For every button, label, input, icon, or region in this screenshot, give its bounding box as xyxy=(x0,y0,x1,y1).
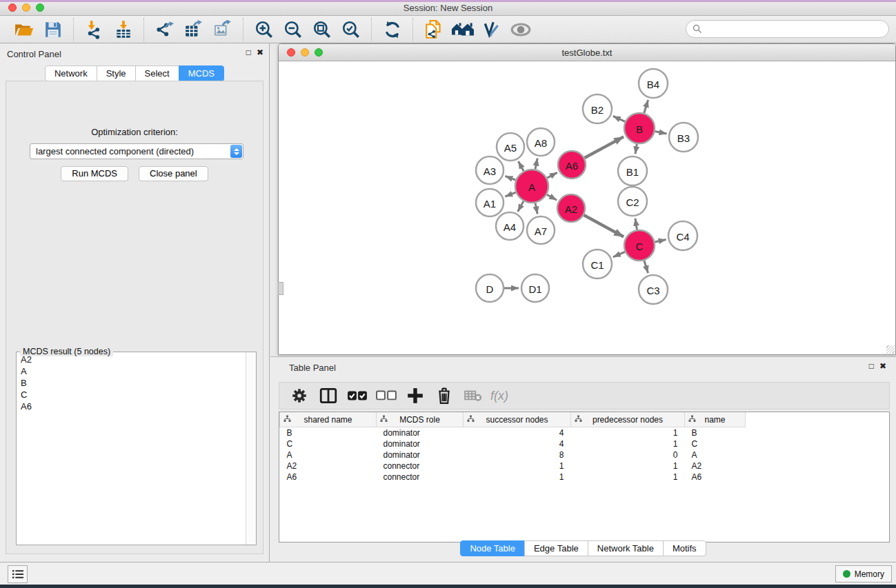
memory-button[interactable]: Memory xyxy=(835,565,892,582)
edge-A-A4[interactable] xyxy=(518,201,524,212)
column-header-successor-nodes[interactable]: successor nodes xyxy=(464,412,571,427)
select-all-icon[interactable] xyxy=(344,385,370,407)
graph-node-A1[interactable]: A1 xyxy=(476,189,504,216)
table-cell[interactable]: 1 xyxy=(571,427,685,439)
edge-C-C1[interactable] xyxy=(613,252,625,257)
style-pen-icon[interactable] xyxy=(480,19,504,41)
table-cell[interactable]: dominator xyxy=(377,438,464,449)
graph-node-A[interactable]: A xyxy=(515,170,548,203)
edge-A-A1[interactable] xyxy=(505,192,515,196)
graph-node-A6[interactable]: A6 xyxy=(558,151,586,179)
tab-network[interactable]: Network xyxy=(45,65,97,81)
graph-node-B4[interactable]: B4 xyxy=(639,69,668,98)
graph-node-C2[interactable]: C2 xyxy=(618,187,647,216)
edge-B-B3[interactable] xyxy=(655,132,667,134)
tab-style[interactable]: Style xyxy=(97,65,136,81)
refresh-icon[interactable] xyxy=(381,19,404,41)
table-cell[interactable]: 1 xyxy=(571,438,685,449)
column-header-name[interactable]: name xyxy=(685,412,746,427)
table-cell[interactable]: 4 xyxy=(464,438,571,449)
close-panel-icon[interactable]: ✖ xyxy=(257,48,263,57)
column-header-MCDS-role[interactable]: MCDS role xyxy=(377,412,464,427)
scrollbar-track[interactable] xyxy=(246,352,256,545)
edge-C-C2[interactable] xyxy=(635,219,637,230)
graph-node-A4[interactable]: A4 xyxy=(496,212,524,240)
table-row[interactable]: Bdominator41B xyxy=(280,427,746,439)
graph-node-B1[interactable]: B1 xyxy=(618,156,647,185)
eye-icon[interactable] xyxy=(509,19,532,41)
zoom-in-icon[interactable] xyxy=(252,19,276,41)
table-cell[interactable]: 0 xyxy=(571,449,685,460)
edge-C-C4[interactable] xyxy=(655,239,666,242)
zoom-fit-icon[interactable] xyxy=(310,19,334,41)
graph-node-B3[interactable]: B3 xyxy=(669,123,698,152)
graph-node-A5[interactable]: A5 xyxy=(497,133,524,161)
table-cell[interactable]: 1 xyxy=(464,472,571,483)
edge-A-A8[interactable] xyxy=(535,159,537,170)
save-icon[interactable] xyxy=(41,19,65,41)
tab-motifs[interactable]: Motifs xyxy=(663,540,706,556)
table-cell[interactable]: B xyxy=(685,427,746,439)
graph-node-A7[interactable]: A7 xyxy=(527,216,555,244)
table-cell[interactable]: 4 xyxy=(464,427,571,439)
edge-A6-B[interactable] xyxy=(584,136,624,158)
table-cell[interactable]: B xyxy=(280,427,377,439)
tab-edge-table[interactable]: Edge Table xyxy=(524,540,588,556)
edge-A-A6[interactable] xyxy=(547,172,557,178)
table-row[interactable]: A2connector11A2 xyxy=(280,460,746,472)
graph-node-C4[interactable]: C4 xyxy=(668,221,697,250)
tab-node-table[interactable]: Node Table xyxy=(460,540,525,556)
mcds-result-item[interactable]: A xyxy=(17,365,246,377)
duplicate-network-icon[interactable] xyxy=(422,19,446,41)
mcds-result-item[interactable]: C xyxy=(17,389,246,401)
graph-node-A2[interactable]: A2 xyxy=(557,194,585,222)
float-panel-icon[interactable]: □ xyxy=(869,361,874,371)
table-cell[interactable]: A6 xyxy=(685,472,746,483)
graph-node-C1[interactable]: C1 xyxy=(583,250,612,278)
mcds-result-item[interactable]: A2 xyxy=(17,354,246,365)
gear-icon[interactable] xyxy=(286,385,312,407)
export-image-icon[interactable] xyxy=(211,19,235,41)
edge-C-C3[interactable] xyxy=(644,261,648,273)
table-cell[interactable]: A6 xyxy=(280,472,377,483)
graph-node-B2[interactable]: B2 xyxy=(583,94,612,123)
edge-A-A3[interactable] xyxy=(505,176,515,180)
mcds-result-item[interactable]: B xyxy=(17,377,246,389)
table-cell[interactable]: 8 xyxy=(464,449,571,460)
edge-A2-C[interactable] xyxy=(584,215,624,236)
graph-node-D[interactable]: D xyxy=(476,274,504,302)
tool-palette-handle[interactable] xyxy=(278,282,283,295)
table-cell[interactable]: A xyxy=(685,449,746,460)
plus-icon[interactable] xyxy=(402,385,428,407)
table-cell[interactable]: connector xyxy=(377,472,464,483)
table-row[interactable]: Cdominator41C xyxy=(280,438,746,449)
edge-A-A5[interactable] xyxy=(518,161,524,171)
table-cell[interactable]: connector xyxy=(377,460,464,472)
import-table-icon[interactable] xyxy=(112,19,135,41)
search-field[interactable] xyxy=(686,20,889,38)
window-resize-grip[interactable] xyxy=(886,345,895,354)
import-network-icon[interactable] xyxy=(83,19,106,41)
table-cell[interactable]: C xyxy=(685,438,746,449)
table-row[interactable]: Adominator80A xyxy=(280,449,746,460)
edge-B-B2[interactable] xyxy=(613,116,625,121)
tab-network-table[interactable]: Network Table xyxy=(588,540,664,556)
float-panel-icon[interactable]: □ xyxy=(246,48,251,57)
table-row[interactable]: A6connector11A6 xyxy=(280,472,746,483)
table-cell[interactable]: A2 xyxy=(280,460,377,472)
run-mcds-button[interactable]: Run MCDS xyxy=(61,166,128,181)
export-network-icon[interactable] xyxy=(153,19,177,41)
edge-A-A2[interactable] xyxy=(547,194,557,200)
export-table-icon[interactable] xyxy=(182,19,206,41)
table-cell[interactable]: dominator xyxy=(377,449,464,460)
search-input[interactable] xyxy=(706,23,888,35)
table-cell[interactable]: A xyxy=(280,449,377,460)
graph-node-B[interactable]: B xyxy=(624,113,655,143)
houses-icon[interactable] xyxy=(451,19,475,41)
table-cell[interactable]: 1 xyxy=(571,460,685,472)
close-panel-button[interactable]: Close panel xyxy=(139,166,208,181)
edge-B-B1[interactable] xyxy=(635,144,637,154)
deselect-all-icon[interactable] xyxy=(373,385,399,407)
graph-node-C[interactable]: C xyxy=(624,230,655,261)
task-history-button[interactable] xyxy=(8,565,28,583)
